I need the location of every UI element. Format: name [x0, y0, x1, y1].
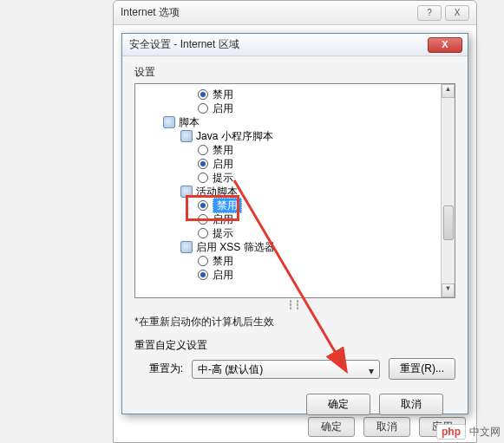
script-icon	[180, 241, 193, 253]
tree-content: 禁用 启用 脚本 Java 小程序脚本 禁用 启用 提示 活动脚本 禁用 启用 …	[135, 84, 455, 285]
radio-icon[interactable]	[198, 200, 208, 211]
radio-option: 启用	[139, 268, 455, 282]
settings-label: 设置	[134, 65, 455, 80]
radio-option: 禁用	[139, 143, 455, 157]
tree-group-xss-filter: 启用 XSS 筛选器	[139, 240, 455, 254]
dialog-title: 安全设置 - Internet 区域	[128, 37, 428, 52]
close-button[interactable]: X	[428, 37, 462, 53]
radio-option: 提示	[139, 171, 455, 185]
reset-level-combobox[interactable]: 中-高 (默认值)	[192, 360, 380, 379]
parent-close-button[interactable]: X	[445, 5, 469, 21]
radio-icon[interactable]	[198, 103, 208, 114]
help-button[interactable]: ?	[417, 5, 442, 21]
watermark-text: 中文网	[469, 425, 501, 440]
scroll-up-button[interactable]: ▲	[442, 84, 455, 98]
script-icon	[180, 186, 193, 198]
radio-option: 启用	[139, 212, 455, 226]
radio-option: 提示	[139, 226, 455, 240]
radio-option: 启用	[139, 101, 455, 115]
resize-grip-icon[interactable]: ┇┇	[134, 300, 455, 309]
scroll-down-button[interactable]: ▼	[442, 283, 455, 297]
radio-option-active-disable: 禁用	[139, 199, 455, 212]
radio-option: 禁用	[139, 254, 455, 268]
radio-option: 启用	[139, 157, 455, 171]
security-settings-dialog: 安全设置 - Internet 区域 X 设置 禁用 启用 脚本 Java 小程…	[121, 33, 468, 414]
radio-icon[interactable]	[198, 89, 208, 100]
dialog-titlebar[interactable]: 安全设置 - Internet 区域 X	[122, 34, 468, 56]
radio-icon[interactable]	[198, 214, 208, 225]
parent-window-controls: ? X	[417, 5, 469, 21]
watermark: php 中文网	[436, 424, 501, 440]
dialog-body: 设置 禁用 启用 脚本 Java 小程序脚本 禁用 启用 提示 活动脚本 禁用 …	[122, 56, 468, 424]
radio-icon[interactable]	[198, 228, 208, 238]
radio-icon[interactable]	[198, 173, 208, 183]
radio-icon[interactable]	[198, 145, 208, 155]
scrollbar[interactable]: ▲ ▼	[441, 84, 455, 297]
parent-title: Internet 选项	[121, 5, 417, 20]
radio-icon[interactable]	[198, 256, 208, 266]
cancel-button[interactable]: 取消	[379, 394, 443, 415]
script-icon	[163, 116, 175, 128]
watermark-badge: php	[436, 424, 466, 440]
restart-note: *在重新启动你的计算机后生效	[134, 315, 455, 329]
reset-section-label: 重置自定义设置	[134, 338, 455, 353]
tree-group-scripts: 脚本	[139, 115, 455, 129]
reset-to-label: 重置为:	[134, 362, 183, 376]
selected-label[interactable]: 禁用	[213, 198, 242, 213]
radio-icon[interactable]	[198, 159, 208, 169]
tree-group-active-scripting: 活动脚本	[139, 185, 455, 199]
scroll-thumb[interactable]	[443, 205, 454, 240]
tree-group-java-applet: Java 小程序脚本	[139, 129, 455, 143]
reset-row: 重置为: 中-高 (默认值) 重置(R)...	[134, 358, 455, 380]
parent-titlebar: Internet 选项 ? X	[114, 1, 476, 25]
settings-tree[interactable]: 禁用 启用 脚本 Java 小程序脚本 禁用 启用 提示 活动脚本 禁用 启用 …	[134, 83, 455, 298]
ok-button[interactable]: 确定	[306, 394, 370, 415]
dialog-buttons: 确定 取消	[134, 380, 455, 415]
script-icon	[180, 130, 193, 142]
radio-option: 禁用	[139, 88, 455, 101]
radio-icon[interactable]	[198, 270, 208, 280]
reset-button[interactable]: 重置(R)...	[389, 358, 455, 380]
